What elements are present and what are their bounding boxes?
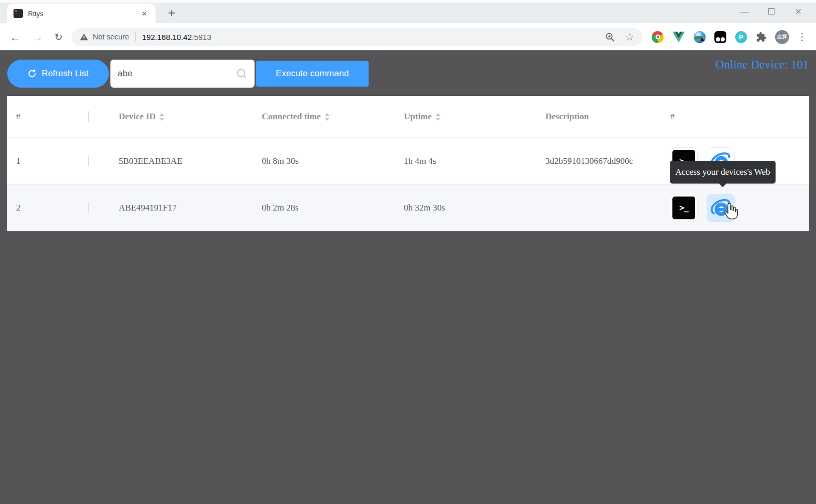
- refresh-list-label: Refresh List: [41, 68, 89, 79]
- open-terminal-button[interactable]: >_: [670, 194, 697, 221]
- device-id-cell: ABE494191F17: [111, 203, 254, 213]
- tab-title: Rttys: [28, 10, 139, 18]
- vue-devtools-extension-icon[interactable]: [672, 32, 685, 43]
- tampermonkey-extension-icon[interactable]: [714, 31, 726, 43]
- refresh-list-button[interactable]: Refresh List: [7, 60, 109, 88]
- table-row: 2 ABE494191F17 0h 2m 28s 0h 32m 30s >_: [7, 184, 809, 231]
- back-icon[interactable]: ←: [4, 32, 26, 43]
- online-device-count: Online Device: 101: [715, 58, 809, 72]
- reload-icon[interactable]: ↻: [49, 32, 68, 42]
- address-divider: [135, 32, 136, 41]
- header-index: #: [7, 111, 83, 122]
- header-description: Description: [539, 111, 664, 122]
- header-actions: #: [664, 111, 809, 122]
- tooltip-text: Access your devices's Web: [675, 167, 770, 177]
- zoom-magnifier-icon[interactable]: [605, 32, 615, 42]
- maximize-icon: [768, 8, 775, 15]
- internet-explorer-icon: [710, 197, 731, 219]
- forward-icon: →: [26, 32, 49, 43]
- terminal-icon: >_: [679, 203, 688, 213]
- bookmark-star-icon[interactable]: ☆: [625, 31, 634, 43]
- address-bar[interactable]: Not secure 192.168.10.42 :5913 ☆: [72, 28, 642, 46]
- header-device-id[interactable]: Device ID: [111, 111, 254, 122]
- row-index: 2: [7, 203, 83, 213]
- description-cell: 3d2b5910130667dd900c: [539, 156, 664, 166]
- new-tab-button[interactable]: +: [165, 5, 178, 21]
- header-connected-time-label: Connected time: [262, 111, 321, 122]
- window-minimize-button[interactable]: —: [731, 7, 758, 17]
- header-uptime[interactable]: Uptime: [397, 111, 539, 122]
- tab-close-icon[interactable]: ✕: [139, 9, 149, 19]
- row-checkbox[interactable]: [88, 156, 89, 166]
- execute-command-label: Execute command: [276, 68, 349, 78]
- connected-time-cell: 0h 2m 28s: [254, 203, 397, 213]
- browser-menu-icon[interactable]: ⋮: [792, 31, 812, 43]
- window-maximize-button[interactable]: [758, 7, 785, 17]
- row-checkbox[interactable]: [88, 202, 89, 213]
- chrome-colorful-extension-icon[interactable]: [652, 31, 664, 43]
- sort-carets-icon[interactable]: [435, 113, 441, 121]
- sort-carets-icon[interactable]: [325, 113, 330, 121]
- url-port: :5913: [192, 33, 212, 41]
- select-all-checkbox[interactable]: [88, 111, 89, 122]
- connected-time-cell: 0h 8m 30s: [254, 156, 397, 166]
- security-status-label: Not secure: [93, 33, 129, 41]
- device-search-box[interactable]: [110, 60, 255, 88]
- refresh-icon: [27, 69, 37, 78]
- browser-toolbar: ← → ↻ Not secure 192.168.10.42 :5913 ☆: [0, 23, 816, 50]
- header-uptime-label: Uptime: [404, 111, 432, 122]
- browser-tab[interactable]: Rttys ✕: [7, 4, 156, 23]
- table-header-row: # Device ID Connected time Uptime Descri…: [7, 96, 809, 137]
- extensions-puzzle-icon[interactable]: [756, 32, 767, 43]
- globe-downloader-extension-icon[interactable]: [694, 31, 706, 43]
- site-favicon-icon: [13, 9, 23, 18]
- p-extension-icon[interactable]: P: [735, 31, 747, 43]
- not-secure-warning-icon: [80, 33, 88, 40]
- tab-strip: Rttys ✕ + — ✕: [0, 0, 816, 23]
- profile-avatar[interactable]: 建辉: [775, 30, 789, 44]
- sort-carets-icon[interactable]: [159, 113, 164, 121]
- header-connected-time[interactable]: Connected time: [254, 111, 397, 122]
- url-host: 192.168.10.42: [142, 33, 192, 41]
- window-close-button[interactable]: ✕: [785, 7, 812, 17]
- row-index: 1: [7, 156, 83, 166]
- extension-row: P: [652, 31, 767, 43]
- page-content: Refresh List Execute command Online Devi…: [0, 50, 816, 504]
- header-device-id-label: Device ID: [119, 111, 156, 122]
- controls-row: Refresh List Execute command Online Devi…: [7, 60, 809, 88]
- access-web-button[interactable]: [707, 194, 734, 221]
- execute-command-button[interactable]: Execute command: [256, 61, 369, 87]
- uptime-cell: 0h 32m 30s: [397, 203, 539, 213]
- tooltip: Access your devices's Web: [670, 161, 776, 184]
- search-icon: [236, 68, 247, 79]
- browser-window: Rttys ✕ + — ✕ ← → ↻ Not secure 192.168.1…: [0, 0, 816, 504]
- device-id-cell: 5B03EEABE3AE: [111, 156, 254, 166]
- window-controls: — ✕: [731, 0, 812, 23]
- device-search-input[interactable]: [118, 68, 236, 79]
- uptime-cell: 1h 4m 4s: [397, 156, 539, 166]
